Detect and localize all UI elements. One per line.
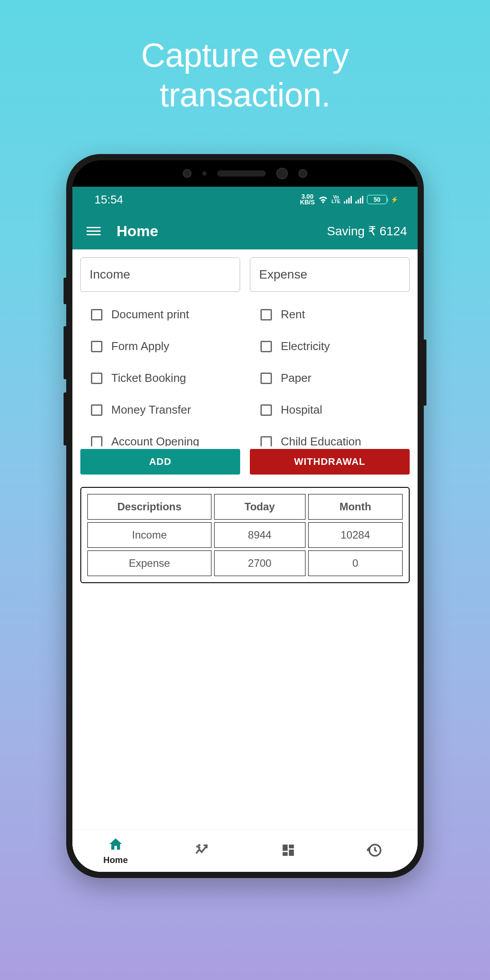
income-input[interactable]: Income <box>80 257 240 292</box>
expense-item[interactable]: Hospital <box>250 394 410 426</box>
expense-item[interactable]: Paper <box>250 362 410 394</box>
income-item[interactable]: Ticket Booking <box>80 362 240 394</box>
summary-table: Descriptions Today Month Income 8944 102… <box>80 487 410 583</box>
page-title: Home <box>117 222 158 240</box>
checkbox-icon[interactable] <box>260 373 272 384</box>
phone-notch <box>72 160 418 187</box>
bottom-nav: Home <box>72 829 418 872</box>
income-item[interactable]: Money Transfer <box>80 394 240 426</box>
table-row: Income 8944 10284 <box>87 522 403 548</box>
signal-icon <box>344 196 352 204</box>
table-cell: Expense <box>87 550 211 576</box>
status-bar: 15:54 3.00 KB/S VoLTE <box>72 187 418 212</box>
checkbox-icon[interactable] <box>260 404 272 416</box>
table-header: Descriptions <box>87 494 211 520</box>
expense-item[interactable]: Electricity <box>250 331 410 362</box>
svg-point-1 <box>199 845 200 846</box>
expense-input[interactable]: Expense <box>250 257 410 292</box>
table-header: Month <box>308 494 403 520</box>
charging-icon: ⚡ <box>391 196 398 203</box>
nav-history[interactable] <box>332 830 418 872</box>
svg-point-2 <box>199 847 200 848</box>
nav-analytics[interactable] <box>159 830 245 872</box>
checkbox-icon[interactable] <box>91 309 102 320</box>
income-category-list: Document print Form Apply Ticket Booking… <box>80 296 240 446</box>
phone-frame: 15:54 3.00 KB/S VoLTE <box>66 154 424 878</box>
table-cell: 8944 <box>214 522 305 548</box>
withdrawal-button[interactable]: WITHDRAWAL <box>250 449 410 475</box>
expense-item[interactable]: Rent <box>250 299 410 331</box>
analytics-icon <box>194 843 209 859</box>
checkbox-icon[interactable] <box>91 341 102 352</box>
status-time: 15:54 <box>94 193 123 207</box>
saving-balance: Saving ₹ 6124 <box>327 224 407 238</box>
svg-rect-6 <box>283 852 287 856</box>
checkbox-icon[interactable] <box>91 373 102 384</box>
svg-rect-3 <box>283 844 287 851</box>
nav-home[interactable]: Home <box>72 830 159 872</box>
table-cell: Income <box>87 522 211 548</box>
table-cell: 10284 <box>308 522 403 548</box>
checkbox-icon[interactable] <box>260 341 272 352</box>
income-item[interactable]: Document print <box>80 299 240 331</box>
income-item[interactable]: Account Opening <box>80 426 240 446</box>
battery-icon: 50 <box>367 195 387 204</box>
table-cell: 0 <box>308 550 403 576</box>
table-row: Descriptions Today Month <box>87 494 403 520</box>
wifi-icon <box>318 196 328 204</box>
menu-icon[interactable] <box>83 223 104 239</box>
nav-home-label: Home <box>103 855 128 865</box>
checkbox-icon[interactable] <box>91 436 102 446</box>
table-header: Today <box>214 494 305 520</box>
signal-icon-2 <box>355 196 363 204</box>
expense-category-list: Rent Electricity Paper Hospital Child Ed… <box>250 296 410 446</box>
expense-item[interactable]: Child Education <box>250 426 410 446</box>
dashboard-icon <box>281 843 296 859</box>
add-button[interactable]: ADD <box>80 449 240 475</box>
home-icon <box>108 837 123 853</box>
history-icon <box>367 843 382 859</box>
promo-tagline: Capture everytransaction. <box>141 35 349 114</box>
table-row: Expense 2700 0 <box>87 550 403 576</box>
checkbox-icon[interactable] <box>260 309 272 320</box>
checkbox-icon[interactable] <box>91 404 102 416</box>
checkbox-icon[interactable] <box>260 436 272 446</box>
svg-rect-4 <box>289 844 294 848</box>
volte-icon: VoLTE <box>332 195 340 204</box>
table-cell: 2700 <box>214 550 305 576</box>
nav-dashboard[interactable] <box>245 830 332 872</box>
app-bar: Home Saving ₹ 6124 <box>72 212 418 249</box>
svg-point-0 <box>197 846 198 847</box>
income-item[interactable]: Form Apply <box>80 331 240 362</box>
network-speed-icon: 3.00 KB/S <box>300 194 315 206</box>
svg-rect-5 <box>289 849 294 856</box>
